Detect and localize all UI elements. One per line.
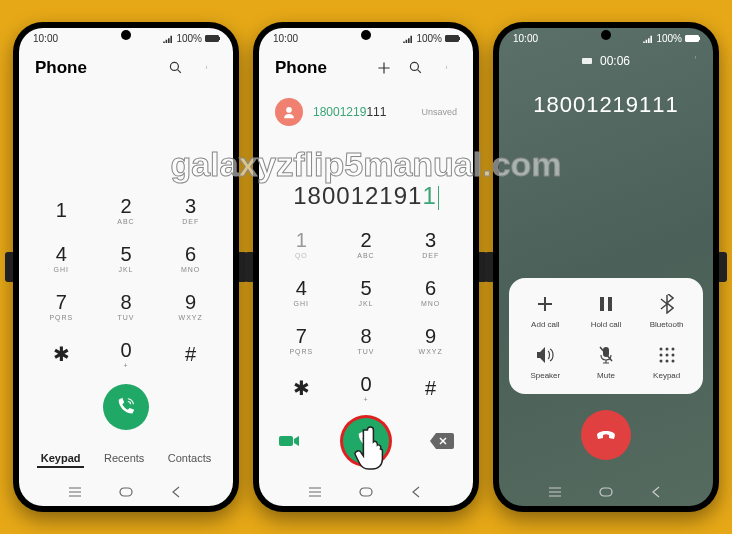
call-button[interactable] [103, 384, 149, 430]
key-7[interactable]: 7PQRS [33, 284, 90, 328]
more-icon[interactable] [439, 59, 457, 77]
svg-point-15 [446, 69, 447, 70]
svg-point-26 [695, 59, 696, 60]
entered-number: 1800121911 [259, 172, 473, 222]
nav-recents-icon[interactable] [67, 484, 83, 500]
key-9[interactable]: 9WXYZ [162, 284, 219, 328]
suggestion-number: 18001219111 [313, 105, 386, 119]
end-call-button[interactable] [581, 410, 631, 460]
dialer-keypad: 1 2ABC 3DEF 4GHI 5JKL 6MNO 7PQRS 8TUV 9W… [19, 188, 233, 376]
key-6[interactable]: 6MNO [162, 236, 219, 280]
add-call-button[interactable]: Add call [517, 292, 574, 329]
backspace-icon[interactable] [429, 431, 455, 451]
speaker-button[interactable]: Speaker [517, 343, 574, 380]
dialer-keypad: 1QO 2ABC 3DEF 4GHI 5JKL 6MNO 7PQRS 8TUV … [259, 222, 473, 410]
nav-back-icon[interactable] [169, 484, 185, 500]
more-icon[interactable] [199, 59, 217, 77]
hinge [485, 252, 493, 282]
svg-line-1 [178, 70, 181, 73]
svg-point-4 [206, 69, 207, 70]
call-button[interactable] [343, 418, 389, 464]
tab-recents[interactable]: Recents [100, 450, 148, 468]
battery-pct: 100% [656, 33, 682, 44]
key-2[interactable]: 2ABC [98, 188, 155, 232]
svg-line-12 [418, 70, 421, 73]
suggestion-status: Unsaved [421, 107, 457, 117]
key-star[interactable]: ✱ [33, 332, 90, 376]
phone-mockup-1: 10:00 100% Phone 1 2ABC 3DEF 4GHI [13, 22, 239, 512]
key-hash[interactable]: # [162, 332, 219, 376]
nav-recents-icon[interactable] [307, 484, 323, 500]
battery-pct: 100% [416, 33, 442, 44]
more-icon[interactable] [695, 50, 699, 70]
front-camera [361, 30, 371, 40]
nav-home-icon[interactable] [118, 484, 134, 500]
clock: 10:00 [33, 33, 58, 44]
key-4[interactable]: 4GHI [33, 236, 90, 280]
svg-point-14 [446, 67, 447, 68]
key-2[interactable]: 2ABC [338, 222, 395, 266]
page-title: Phone [275, 58, 327, 78]
video-call-icon[interactable] [277, 431, 303, 451]
key-4[interactable]: 4GHI [273, 270, 330, 314]
key-8[interactable]: 8TUV [338, 318, 395, 362]
front-camera [601, 30, 611, 40]
avatar-icon [275, 98, 303, 126]
svg-rect-8 [120, 488, 132, 496]
key-1[interactable]: 1 [33, 188, 90, 232]
search-icon[interactable] [167, 59, 185, 77]
plus-icon [533, 292, 557, 316]
phone-mockup-3: 10:00 100% 00:06 18001219111 Add call [493, 22, 719, 512]
nav-bar [259, 476, 473, 506]
key-hash[interactable]: # [402, 366, 459, 410]
key-0[interactable]: 0+ [338, 366, 395, 410]
svg-point-35 [671, 348, 674, 351]
clock: 10:00 [273, 33, 298, 44]
keypad-button[interactable]: Keypad [638, 343, 695, 380]
battery-pct: 100% [176, 33, 202, 44]
key-6[interactable]: 6MNO [402, 270, 459, 314]
nav-back-icon[interactable] [649, 484, 665, 500]
phone-mockup-2: 10:00 100% Phone [253, 22, 479, 512]
svg-point-34 [665, 348, 668, 351]
pause-icon [594, 292, 618, 316]
svg-point-33 [659, 348, 662, 351]
key-5[interactable]: 5JKL [338, 270, 395, 314]
bottom-tabs: Keypad Recents Contacts [19, 442, 233, 476]
tab-keypad[interactable]: Keypad [37, 450, 85, 468]
nav-back-icon[interactable] [409, 484, 425, 500]
mute-button[interactable]: Mute [578, 343, 635, 380]
nav-home-icon[interactable] [358, 484, 374, 500]
battery-icon [445, 35, 459, 42]
search-icon[interactable] [407, 59, 425, 77]
add-icon[interactable] [375, 59, 393, 77]
tab-contacts[interactable]: Contacts [164, 450, 215, 468]
key-7[interactable]: 7PQRS [273, 318, 330, 362]
svg-point-38 [671, 354, 674, 357]
key-5[interactable]: 5JKL [98, 236, 155, 280]
svg-rect-45 [600, 488, 612, 496]
bluetooth-button[interactable]: Bluetooth [638, 292, 695, 329]
key-3[interactable]: 3DEF [162, 188, 219, 232]
svg-rect-23 [360, 488, 372, 496]
svg-point-2 [206, 66, 207, 67]
clock: 10:00 [513, 33, 538, 44]
key-9[interactable]: 9WXYZ [402, 318, 459, 362]
key-8[interactable]: 8TUV [98, 284, 155, 328]
hold-call-button[interactable]: Hold call [578, 292, 635, 329]
svg-point-16 [286, 107, 292, 113]
front-camera [121, 30, 131, 40]
key-0[interactable]: 0+ [98, 332, 155, 376]
key-star[interactable]: ✱ [273, 366, 330, 410]
nav-recents-icon[interactable] [547, 484, 563, 500]
key-3[interactable]: 3DEF [402, 222, 459, 266]
svg-point-0 [170, 62, 178, 70]
key-1[interactable]: 1QO [273, 222, 330, 266]
svg-point-40 [665, 360, 668, 363]
contact-suggestion[interactable]: 18001219111 Unsaved [259, 90, 473, 134]
svg-point-25 [695, 57, 696, 58]
hinge [245, 252, 253, 282]
nav-home-icon[interactable] [598, 484, 614, 500]
svg-point-39 [659, 360, 662, 363]
hinge [719, 252, 727, 282]
